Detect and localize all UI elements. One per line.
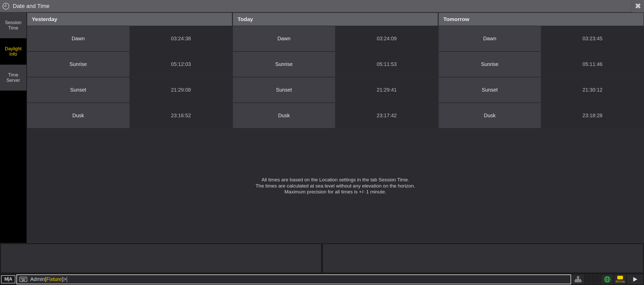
day-header-today: Today [233, 13, 438, 26]
empty-slot-1[interactable] [585, 274, 592, 284]
window-title: Date and Time [13, 3, 50, 9]
caret [67, 277, 67, 282]
lower-pane-right[interactable] [323, 244, 643, 273]
tab-label: Time Server [6, 72, 20, 83]
row-sunset: Sunset 21:29:08 Sunset 21:29:41 Sunset 2… [27, 77, 643, 102]
label-dawn-yesterday: Dawn [27, 26, 129, 51]
label-sunset-today: Sunset [233, 77, 335, 102]
tab-label: Daylight Info [5, 46, 22, 57]
day-headers: Yesterday Today Tomorrow [27, 13, 643, 26]
shortcuts-label: ShCuts [616, 280, 625, 283]
label-dawn-today: Dawn [233, 26, 335, 51]
svg-marker-6 [633, 277, 637, 282]
svg-rect-3 [580, 280, 581, 282]
row-sunrise: Sunrise 05:12:03 Sunrise 05:11:53 Sunris… [27, 52, 643, 77]
cmd-prefix: Admin [30, 276, 45, 282]
clock-icon [3, 3, 9, 9]
empty-slot-2[interactable] [593, 274, 600, 284]
label-dusk-today: Dusk [233, 103, 335, 128]
value-dusk-tomorrow: 23:18:28 [542, 103, 644, 128]
ma-logo-button[interactable]: MA [1, 275, 15, 283]
label-sunrise-yesterday: Sunrise [27, 52, 129, 77]
label-dawn-tomorrow: Dawn [439, 26, 541, 51]
command-bar: MA Admin[Fixture]> [0, 273, 644, 285]
row-dawn: Dawn 03:24:38 Dawn 03:24:09 Dawn 03:23:4… [27, 26, 643, 51]
cmd-context: Fixture [46, 276, 62, 282]
globe-icon-button[interactable] [601, 274, 613, 284]
label-sunset-yesterday: Sunset [27, 77, 129, 102]
day-header-tomorrow: Tomorrow [439, 13, 643, 26]
info-line-2: The times are calculated at sea level wi… [256, 183, 415, 189]
lower-panels [0, 243, 644, 273]
label-dusk-yesterday: Dusk [27, 103, 129, 128]
info-line-3: Maximum precision for all times is +/- 1… [256, 189, 415, 195]
date-and-time-window: Date and Time ✖ Session Time Daylight In… [0, 0, 644, 285]
svg-rect-2 [577, 280, 579, 282]
sidebar: Session Time Daylight Info Time Server [0, 12, 27, 243]
tab-session-time[interactable]: Session Time [0, 12, 26, 38]
day-header-yesterday: Yesterday [27, 13, 232, 26]
tab-label: Session Time [5, 20, 21, 31]
close-button[interactable]: ✖ [632, 0, 644, 12]
keyboard-icon [19, 277, 27, 282]
command-input[interactable]: Admin[Fixture]> [16, 274, 571, 284]
daylight-info-main: Yesterday Today Tomorrow Dawn 03:24:38 D… [27, 12, 644, 243]
close-icon: ✖ [635, 2, 641, 10]
command-text: Admin[Fixture]> [30, 276, 67, 282]
titlebar: Date and Time ✖ [0, 0, 644, 12]
command-right-icons: ShCuts [572, 273, 643, 285]
label-sunset-tomorrow: Sunset [439, 77, 541, 102]
tab-time-server[interactable]: Time Server [0, 65, 26, 91]
value-dawn-yesterday: 03:24:38 [130, 26, 232, 51]
info-text: All times are based on the Location sett… [27, 129, 644, 243]
play-button[interactable] [627, 274, 643, 284]
row-dusk: Dusk 23:16:52 Dusk 23:17:42 Dusk 23:18:2… [27, 103, 643, 128]
value-dusk-yesterday: 23:16:52 [130, 103, 232, 128]
value-dawn-tomorrow: 03:23:45 [542, 26, 644, 51]
tab-daylight-info[interactable]: Daylight Info [0, 38, 26, 65]
shortcuts-button[interactable]: ShCuts [614, 274, 626, 284]
value-sunset-today: 21:29:41 [336, 77, 438, 102]
value-sunset-yesterday: 21:29:08 [130, 77, 232, 102]
time-rows: Dawn 03:24:38 Dawn 03:24:09 Dawn 03:23:4… [27, 26, 643, 129]
value-dawn-today: 03:24:09 [336, 26, 438, 51]
info-line-1: All times are based on the Location sett… [256, 177, 415, 183]
label-sunrise-today: Sunrise [233, 52, 335, 77]
value-sunrise-tomorrow: 05:11:46 [542, 52, 644, 77]
label-sunrise-tomorrow: Sunrise [439, 52, 541, 77]
value-sunset-tomorrow: 21:30:12 [542, 77, 644, 102]
value-dusk-today: 23:17:42 [336, 103, 438, 128]
svg-rect-1 [575, 280, 577, 282]
svg-rect-0 [577, 277, 579, 278]
label-dusk-tomorrow: Dusk [439, 103, 541, 128]
value-sunrise-yesterday: 05:12:03 [130, 52, 232, 77]
lower-pane-left[interactable] [1, 244, 321, 273]
value-sunrise-today: 05:11:53 [336, 52, 438, 77]
network-icon-button[interactable] [572, 274, 584, 284]
keyboard-mini-icon [617, 276, 623, 279]
